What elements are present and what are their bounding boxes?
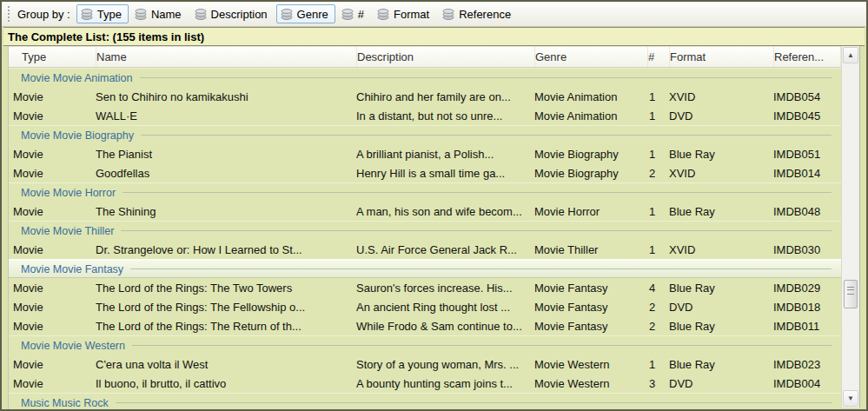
- table-row[interactable]: Movie The Lord of the Rings: The Return …: [9, 316, 842, 335]
- group-header-rule: [116, 402, 832, 403]
- group-by-description-label: Description: [211, 8, 268, 21]
- table-row[interactable]: Movie Il buono, il brutto, il cattivo A …: [9, 374, 842, 393]
- group-by-number-button[interactable]: #: [337, 4, 371, 23]
- cell-description: Sauron's forces increase. His...: [356, 282, 534, 295]
- cell-name: The Shining: [96, 205, 356, 218]
- group-by-label: Group by :: [17, 8, 70, 21]
- group-header-row[interactable]: Movie Movie Western: [9, 335, 842, 355]
- scrollbar-thumb[interactable]: [844, 280, 858, 308]
- cell-reference: IMDB054: [773, 90, 842, 103]
- group-header-row[interactable]: Movie Movie Biography: [9, 125, 842, 144]
- table-row[interactable]: Movie Sen to Chihiro no kamikakushi Chih…: [9, 87, 842, 106]
- group-header-rule: [141, 135, 832, 136]
- scroll-down-icon[interactable]: ▼: [843, 390, 858, 407]
- column-header-genre[interactable]: Genre: [535, 47, 648, 67]
- table-row[interactable]: Movie The Lord of the Rings: The Two Tow…: [9, 278, 842, 297]
- column-header-name[interactable]: Name: [96, 47, 357, 67]
- cell-name: WALL·E: [96, 109, 356, 123]
- cell-name: The Lord of the Rings: The Fellowship o.…: [96, 301, 356, 314]
- group-by-name-button[interactable]: Name: [130, 4, 189, 23]
- scrollbar-thumb-grip: [847, 287, 854, 295]
- cell-genre: Movie Fantasy: [534, 282, 647, 295]
- group-header-row[interactable]: Movie Movie Thiller: [9, 221, 842, 240]
- cell-type: Movie: [13, 320, 96, 333]
- group-header-label: Movie Movie Horror: [21, 187, 116, 199]
- group-header-row[interactable]: Movie Movie Fantasy: [9, 259, 842, 278]
- group-by-type-label: Type: [97, 8, 122, 21]
- cell-number: 3: [647, 377, 669, 390]
- column-header-reference[interactable]: Referen...: [774, 47, 841, 67]
- cell-number: 1: [647, 243, 669, 256]
- toolbar-grip-handle[interactable]: [8, 6, 10, 22]
- cell-reference: IMDB004: [773, 377, 842, 390]
- column-header-description[interactable]: Description: [357, 47, 535, 67]
- group-by-description-button[interactable]: Description: [190, 4, 275, 23]
- group-by-genre-label: Genre: [297, 8, 328, 21]
- cell-format: Blue Ray: [669, 148, 773, 161]
- table-row[interactable]: Movie C'era una volta il West Story of a…: [9, 355, 842, 374]
- cell-reference: IMDB048: [773, 205, 842, 218]
- stack-icon: [377, 9, 390, 20]
- vertical-scrollbar[interactable]: ▲ ▼: [841, 46, 860, 408]
- cell-description: Henry Hill is a small time ga...: [356, 167, 534, 180]
- group-header-rule: [130, 268, 832, 269]
- group-header-row[interactable]: Movie Movie Horror: [9, 182, 842, 202]
- cell-genre: Movie Thiller: [534, 243, 647, 256]
- cell-genre: Movie Western: [534, 358, 647, 371]
- cell-description: In a distant, but not so unre...: [356, 109, 534, 123]
- list-body: Movie Movie Animation Movie Sen to Chihi…: [8, 68, 842, 409]
- group-header-row[interactable]: Music Music Rock: [9, 393, 842, 409]
- list-title-bar: The Complete List: (155 items in list): [3, 27, 865, 46]
- cell-format: XVID: [669, 243, 773, 256]
- cell-format: XVID: [669, 90, 773, 103]
- cell-description: A bounty hunting scam joins t...: [356, 377, 534, 390]
- cell-number: 1: [647, 109, 669, 123]
- cell-name: C'era una volta il West: [96, 358, 356, 371]
- cell-description: A brilliant pianist, a Polish...: [356, 148, 534, 161]
- table-row[interactable]: Movie The Lord of the Rings: The Fellows…: [9, 297, 842, 316]
- cell-reference: IMDB014: [773, 167, 842, 180]
- stack-icon: [195, 9, 208, 20]
- group-header-label: Movie Movie Thiller: [21, 225, 114, 237]
- cell-name: Sen to Chihiro no kamikakushi: [96, 90, 356, 103]
- cell-name: The Lord of the Rings: The Return of th.…: [96, 320, 356, 333]
- cell-reference: IMDB045: [773, 109, 842, 123]
- cell-format: DVD: [669, 109, 773, 123]
- cell-type: Movie: [13, 90, 96, 103]
- table-row[interactable]: Movie The Pianist A brilliant pianist, a…: [9, 144, 842, 163]
- stack-icon: [442, 9, 455, 20]
- cell-name: The Lord of the Rings: The Two Towers: [96, 282, 356, 295]
- table-row[interactable]: Movie WALL·E In a distant, but not so un…: [9, 106, 842, 125]
- table-row[interactable]: Movie The Shining A man, his son and wif…: [9, 202, 842, 221]
- group-by-genre-button[interactable]: Genre: [276, 4, 335, 23]
- cell-reference: IMDB029: [773, 282, 842, 295]
- cell-reference: IMDB018: [773, 301, 842, 314]
- cell-genre: Movie Fantasy: [534, 320, 647, 333]
- scroll-up-icon[interactable]: ▲: [843, 47, 858, 63]
- column-header-type[interactable]: Type: [22, 47, 96, 67]
- group-by-format-label: Format: [394, 8, 429, 21]
- cell-genre: Movie Fantasy: [534, 301, 647, 314]
- group-by-type-button[interactable]: Type: [76, 4, 129, 23]
- group-by-format-button[interactable]: Format: [373, 4, 436, 23]
- cell-reference: IMDB030: [773, 243, 842, 256]
- column-header-number[interactable]: #: [648, 47, 670, 67]
- group-header-label: Movie Movie Fantasy: [21, 263, 123, 275]
- group-header-rule: [140, 77, 832, 78]
- table-row[interactable]: Movie Goodfellas Henry Hill is a small t…: [9, 163, 842, 182]
- cell-type: Movie: [13, 358, 96, 371]
- group-header-rule: [123, 192, 832, 193]
- cell-name: The Pianist: [96, 148, 356, 161]
- group-header-rule: [132, 345, 832, 346]
- cell-format: Blue Ray: [669, 282, 773, 295]
- group-by-toolbar: Group by : Type Name Description Genre #…: [2, 2, 866, 27]
- column-header-format[interactable]: Format: [670, 47, 774, 67]
- cell-genre: Movie Horror: [534, 205, 647, 218]
- group-by-reference-button[interactable]: Reference: [438, 4, 518, 23]
- table-row[interactable]: Movie Dr. Strangelove or: How I Learned …: [9, 240, 842, 259]
- cell-format: Blue Ray: [669, 320, 773, 333]
- cell-type: Movie: [13, 148, 96, 161]
- cell-description: While Frodo & Sam continue to...: [356, 320, 534, 333]
- cell-name: Dr. Strangelove or: How I Learned to St.…: [96, 243, 356, 256]
- group-header-row[interactable]: Movie Movie Animation: [9, 68, 842, 87]
